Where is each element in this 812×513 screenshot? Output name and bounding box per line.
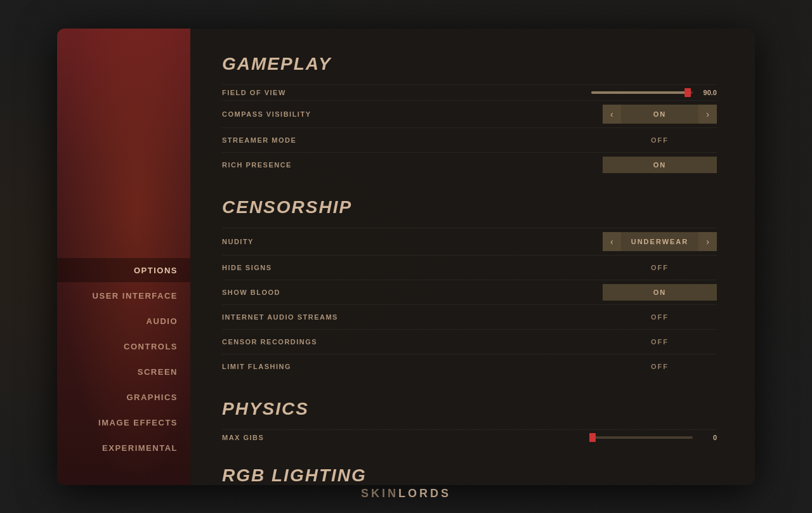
sidebar-item-experimental[interactable]: EXPERIMENTAL: [57, 436, 190, 460]
branding: SKINLORDS: [361, 487, 451, 500]
nudity-row: NUDITY ‹ UNDERWEAR ›: [222, 228, 717, 255]
internet-audio-streams-control: OFF: [603, 309, 717, 325]
sidebar: OPTIONS USER INTERFACE AUDIO CONTROLS SC…: [57, 29, 190, 485]
sidebar-item-screen[interactable]: SCREEN: [57, 360, 190, 384]
sidebar-item-user-interface[interactable]: USER INTERFACE: [57, 283, 190, 308]
settings-panel: OPTIONS USER INTERFACE AUDIO CONTROLS SC…: [57, 29, 755, 485]
censor-recordings-label: CENSOR RECORDINGS: [222, 338, 317, 346]
streamer-mode-control: OFF: [603, 132, 717, 148]
show-blood-row: SHOW BLOOD ON: [222, 280, 717, 304]
max-gibs-value: 0: [698, 434, 717, 441]
max-gibs-thumb[interactable]: [589, 433, 596, 442]
sidebar-item-image-effects[interactable]: IMAGE EFFECTS: [57, 410, 190, 434]
field-of-view-control: 90.0: [590, 89, 717, 96]
compass-visibility-prev[interactable]: ‹: [603, 105, 621, 124]
rich-presence-row: RICH PRESENCE ON: [222, 152, 717, 177]
hide-signs-toggle[interactable]: OFF: [603, 259, 717, 276]
rich-presence-control: ON: [603, 157, 717, 173]
max-gibs-control: 0: [590, 434, 717, 441]
hide-signs-label: HIDE SIGNS: [222, 264, 272, 271]
field-of-view-thumb[interactable]: [684, 88, 691, 97]
compass-visibility-row: COMPASS VISIBILITY ‹ ON ›: [222, 100, 717, 127]
nudity-value: UNDERWEAR: [621, 232, 699, 251]
internet-audio-streams-row: INTERNET AUDIO STREAMS OFF: [222, 304, 717, 329]
censorship-section: CENSORSHIP NUDITY ‹ UNDERWEAR › HIDE SIG…: [222, 197, 717, 379]
settings-content: GAMEPLAY FIELD OF VIEW 90.0 COMPASS VISI…: [190, 29, 755, 485]
limit-flashing-control: OFF: [603, 358, 717, 375]
hide-signs-control: OFF: [603, 259, 717, 276]
streamer-mode-label: STREAMER MODE: [222, 136, 296, 144]
sidebar-item-audio[interactable]: AUDIO: [57, 309, 190, 333]
limit-flashing-toggle[interactable]: OFF: [603, 358, 717, 375]
censor-recordings-toggle[interactable]: OFF: [603, 334, 717, 350]
field-of-view-fill: [591, 91, 688, 94]
internet-audio-streams-label: INTERNET AUDIO STREAMS: [222, 313, 338, 321]
sidebar-nav: OPTIONS USER INTERFACE AUDIO CONTROLS SC…: [57, 258, 190, 460]
sidebar-item-graphics[interactable]: GRAPHICS: [57, 385, 190, 409]
show-blood-control: ON: [603, 284, 717, 301]
nudity-next[interactable]: ›: [698, 232, 717, 251]
max-gibs-track[interactable]: [591, 436, 693, 439]
max-gibs-label: MAX GIBS: [222, 434, 264, 441]
censor-recordings-control: OFF: [603, 334, 717, 350]
physics-section: PHYSICS MAX GIBS 0: [222, 399, 717, 445]
compass-visibility-label: COMPASS VISIBILITY: [222, 110, 311, 118]
field-of-view-track[interactable]: [591, 91, 693, 94]
nudity-selector: ‹ UNDERWEAR ›: [603, 232, 717, 251]
nudity-label: NUDITY: [222, 238, 254, 245]
streamer-mode-row: STREAMER MODE OFF: [222, 127, 717, 152]
nudity-prev[interactable]: ‹: [603, 232, 621, 251]
sidebar-item-controls[interactable]: CONTROLS: [57, 334, 190, 358]
field-of-view-value: 90.0: [698, 89, 717, 96]
sidebar-item-options[interactable]: OPTIONS: [57, 258, 190, 282]
field-of-view-row: FIELD OF VIEW 90.0: [222, 84, 717, 100]
physics-title: PHYSICS: [222, 399, 717, 419]
field-of-view-label: FIELD OF VIEW: [222, 89, 286, 96]
streamer-mode-toggle[interactable]: OFF: [603, 132, 717, 148]
rgb-lighting-section: RGB LIGHTING ENABLED ON BRIGHTNESS 1.0: [222, 465, 717, 485]
compass-visibility-value: ON: [621, 105, 699, 124]
censor-recordings-row: CENSOR RECORDINGS OFF: [222, 329, 717, 354]
rich-presence-label: RICH PRESENCE: [222, 161, 292, 169]
gameplay-section: GAMEPLAY FIELD OF VIEW 90.0 COMPASS VISI…: [222, 54, 717, 177]
show-blood-label: SHOW BLOOD: [222, 289, 280, 296]
censorship-title: CENSORSHIP: [222, 197, 717, 218]
max-gibs-row: MAX GIBS 0: [222, 429, 717, 445]
compass-visibility-next[interactable]: ›: [698, 105, 717, 124]
compass-visibility-selector: ‹ ON ›: [603, 105, 717, 124]
limit-flashing-label: LIMIT FLASHING: [222, 363, 291, 370]
rgb-lighting-title: RGB LIGHTING: [222, 465, 717, 485]
rich-presence-toggle[interactable]: ON: [603, 157, 717, 173]
limit-flashing-row: LIMIT FLASHING OFF: [222, 354, 717, 379]
show-blood-toggle[interactable]: ON: [603, 284, 717, 301]
hide-signs-row: HIDE SIGNS OFF: [222, 255, 717, 280]
internet-audio-streams-toggle[interactable]: OFF: [603, 309, 717, 325]
gameplay-title: GAMEPLAY: [222, 54, 717, 74]
compass-visibility-control: ‹ ON ›: [603, 105, 717, 124]
nudity-control: ‹ UNDERWEAR ›: [603, 232, 717, 251]
